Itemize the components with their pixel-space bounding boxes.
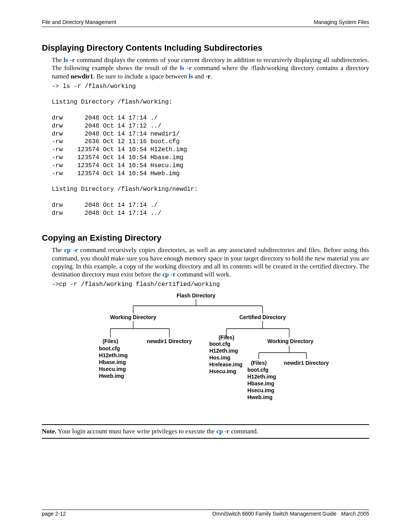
note-top-rule bbox=[42, 424, 369, 425]
note-bottom-rule bbox=[42, 438, 369, 439]
footer-rule bbox=[42, 510, 369, 510]
svg-text:Hweb.img: Hweb.img bbox=[99, 373, 124, 379]
bold-r: -r bbox=[206, 73, 210, 80]
svg-text:Hsecu.img: Hsecu.img bbox=[209, 368, 236, 374]
working2-label: Working Directory bbox=[267, 338, 313, 344]
svg-text:Hsecu.img: Hsecu.img bbox=[247, 387, 274, 393]
section-1-title: Displaying Directory Contents Including … bbox=[42, 43, 369, 53]
header-left: File and Directory Management bbox=[42, 19, 116, 25]
svg-text:boot.cfg: boot.cfg bbox=[99, 345, 120, 351]
code-block-1: -> ls -r /flash/working Listing Director… bbox=[52, 83, 369, 217]
section-2-title: Copying an Existing Directory bbox=[42, 233, 369, 243]
svg-text:Hsecu.img: Hsecu.img bbox=[99, 366, 126, 372]
note-block: Note. Your login account must have write… bbox=[42, 424, 369, 439]
cmd-ls: ls bbox=[189, 73, 193, 80]
tree-svg: Flash Directory Working Directory Certif… bbox=[80, 292, 331, 412]
cmd-cp-r: cp -r bbox=[64, 246, 78, 254]
files-label-1: (Files) bbox=[102, 338, 118, 344]
newdir1-label-2: newdir1 Directory bbox=[284, 360, 329, 366]
cmd-cp-r-note: cp -r bbox=[216, 428, 229, 435]
footer-date: March 2005 bbox=[341, 511, 369, 517]
code-block-2: ->cp -r /flash/working flash/certified/w… bbox=[52, 281, 369, 289]
svg-text:H12eth.img: H12eth.img bbox=[99, 352, 127, 358]
bold-newdir1: newdir1 bbox=[71, 73, 94, 80]
svg-text:Hrelease.img: Hrelease.img bbox=[209, 361, 242, 367]
cmd-ls-r-2: ls -r bbox=[180, 64, 192, 72]
section-2-paragraph: The cp -r command recursively copies dir… bbox=[52, 246, 369, 278]
header-rule bbox=[42, 27, 369, 27]
left-files-list: boot.cfg H12eth.img Hbase.img Hsecu.img … bbox=[99, 345, 127, 379]
svg-text:boot.cfg: boot.cfg bbox=[209, 341, 230, 347]
files-label-3: (Files) bbox=[251, 360, 266, 366]
note-text: Note. Your login account must have write… bbox=[42, 427, 369, 436]
svg-text:Hbase.img: Hbase.img bbox=[99, 359, 126, 365]
files-label-2: (Files) bbox=[218, 334, 234, 340]
running-header: File and Directory Management Managing S… bbox=[42, 19, 369, 25]
footer-guide: OmniSwitch 6600 Family Switch Management… bbox=[212, 511, 369, 517]
page-number: page 2-12 bbox=[42, 511, 66, 517]
directory-tree-diagram: Flash Directory Working Directory Certif… bbox=[80, 292, 331, 414]
svg-text:Hbase.img: Hbase.img bbox=[247, 380, 274, 387]
working-dir-label: Working Directory bbox=[110, 314, 156, 320]
newdir1-label-1: newdir1 Directory bbox=[147, 338, 192, 344]
certified-dir-label: Certified Directory bbox=[239, 314, 286, 320]
svg-text:H12eth.img: H12eth.img bbox=[209, 348, 238, 354]
cmd-ls-r: ls -r bbox=[64, 56, 75, 64]
svg-text:Hos.img: Hos.img bbox=[209, 355, 230, 361]
header-right: Managing System Files bbox=[314, 19, 369, 25]
page: File and Directory Management Managing S… bbox=[0, 0, 411, 532]
right-files-list: boot.cfg H12eth.img Hbase.img Hsecu.img … bbox=[247, 367, 276, 400]
mid-files-list: boot.cfg H12eth.img Hos.img Hrelease.img… bbox=[209, 341, 242, 374]
cmd-cp-r-2: cp -r bbox=[162, 271, 175, 278]
flash-dir-label: Flash Directory bbox=[177, 292, 215, 299]
svg-text:Hweb.img: Hweb.img bbox=[247, 394, 272, 400]
note-label: Note. bbox=[42, 428, 56, 435]
svg-text:boot.cfg: boot.cfg bbox=[247, 367, 268, 373]
section-1-paragraph: The ls -r command displays the contents … bbox=[52, 56, 369, 80]
running-footer: page 2-12 OmniSwitch 6600 Family Switch … bbox=[42, 509, 369, 517]
svg-text:H12eth.img: H12eth.img bbox=[247, 374, 276, 380]
